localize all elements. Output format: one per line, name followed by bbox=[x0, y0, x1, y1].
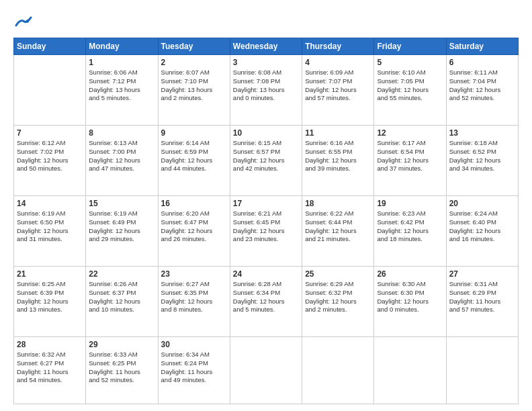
calendar-cell: 22Sunrise: 6:26 AM Sunset: 6:37 PM Dayli… bbox=[86, 266, 158, 336]
day-info: Sunrise: 6:33 AM Sunset: 6:25 PM Dayligh… bbox=[89, 351, 154, 385]
day-number: 11 bbox=[305, 128, 371, 138]
day-info: Sunrise: 6:26 AM Sunset: 6:37 PM Dayligh… bbox=[89, 280, 154, 314]
calendar-cell bbox=[14, 55, 86, 126]
day-info: Sunrise: 6:09 AM Sunset: 7:07 PM Dayligh… bbox=[305, 68, 371, 103]
day-number: 27 bbox=[449, 269, 515, 279]
calendar-cell: 17Sunrise: 6:21 AM Sunset: 6:45 PM Dayli… bbox=[230, 195, 302, 266]
day-info: Sunrise: 6:31 AM Sunset: 6:29 PM Dayligh… bbox=[449, 280, 515, 314]
day-info: Sunrise: 6:30 AM Sunset: 6:30 PM Dayligh… bbox=[377, 280, 443, 314]
weekday-header-tuesday: Tuesday bbox=[158, 38, 230, 55]
day-info: Sunrise: 6:17 AM Sunset: 6:54 PM Dayligh… bbox=[377, 139, 443, 173]
day-info: Sunrise: 6:15 AM Sunset: 6:57 PM Dayligh… bbox=[233, 139, 299, 173]
weekday-header-monday: Monday bbox=[86, 38, 158, 55]
day-number: 5 bbox=[377, 58, 443, 67]
calendar-table: SundayMondayTuesdayWednesdayThursdayFrid… bbox=[13, 38, 519, 404]
day-info: Sunrise: 6:16 AM Sunset: 6:55 PM Dayligh… bbox=[305, 139, 371, 173]
weekday-header-row: SundayMondayTuesdayWednesdayThursdayFrid… bbox=[14, 38, 519, 55]
calendar-cell bbox=[302, 336, 374, 404]
day-info: Sunrise: 6:18 AM Sunset: 6:52 PM Dayligh… bbox=[449, 139, 515, 173]
day-info: Sunrise: 6:11 AM Sunset: 7:04 PM Dayligh… bbox=[449, 68, 515, 103]
day-number: 7 bbox=[17, 128, 83, 138]
calendar-cell: 8Sunrise: 6:13 AM Sunset: 7:00 PM Daylig… bbox=[86, 125, 158, 195]
day-number: 14 bbox=[17, 199, 83, 208]
day-info: Sunrise: 6:29 AM Sunset: 6:32 PM Dayligh… bbox=[305, 280, 371, 314]
day-number: 30 bbox=[161, 340, 227, 349]
weekday-header-sunday: Sunday bbox=[14, 38, 86, 55]
day-info: Sunrise: 6:34 AM Sunset: 6:24 PM Dayligh… bbox=[161, 351, 227, 385]
calendar-cell: 10Sunrise: 6:15 AM Sunset: 6:57 PM Dayli… bbox=[230, 125, 302, 195]
day-info: Sunrise: 6:25 AM Sunset: 6:39 PM Dayligh… bbox=[17, 280, 83, 314]
day-info: Sunrise: 6:19 AM Sunset: 6:49 PM Dayligh… bbox=[89, 210, 154, 244]
header bbox=[13, 11, 519, 32]
calendar-cell: 14Sunrise: 6:19 AM Sunset: 6:50 PM Dayli… bbox=[14, 195, 86, 266]
calendar-cell: 27Sunrise: 6:31 AM Sunset: 6:29 PM Dayli… bbox=[446, 266, 518, 336]
calendar-cell: 20Sunrise: 6:24 AM Sunset: 6:40 PM Dayli… bbox=[446, 195, 518, 266]
calendar-cell: 23Sunrise: 6:27 AM Sunset: 6:35 PM Dayli… bbox=[158, 266, 230, 336]
calendar-cell: 16Sunrise: 6:20 AM Sunset: 6:47 PM Dayli… bbox=[158, 195, 230, 266]
day-number: 3 bbox=[233, 58, 299, 67]
day-number: 23 bbox=[161, 269, 227, 279]
page: SundayMondayTuesdayWednesdayThursdayFrid… bbox=[0, 0, 532, 411]
day-number: 21 bbox=[17, 269, 83, 279]
day-info: Sunrise: 6:06 AM Sunset: 7:12 PM Dayligh… bbox=[89, 68, 154, 103]
day-number: 25 bbox=[305, 269, 371, 279]
day-number: 13 bbox=[449, 128, 515, 138]
calendar-cell: 26Sunrise: 6:30 AM Sunset: 6:30 PM Dayli… bbox=[374, 266, 446, 336]
day-number: 19 bbox=[377, 199, 443, 208]
calendar-week-row: 7Sunrise: 6:12 AM Sunset: 7:02 PM Daylig… bbox=[14, 125, 519, 195]
calendar-cell: 25Sunrise: 6:29 AM Sunset: 6:32 PM Dayli… bbox=[302, 266, 374, 336]
day-info: Sunrise: 6:28 AM Sunset: 6:34 PM Dayligh… bbox=[233, 280, 299, 314]
calendar-cell: 15Sunrise: 6:19 AM Sunset: 6:49 PM Dayli… bbox=[86, 195, 158, 266]
day-info: Sunrise: 6:22 AM Sunset: 6:44 PM Dayligh… bbox=[305, 210, 371, 244]
day-number: 17 bbox=[233, 199, 299, 208]
calendar-cell: 12Sunrise: 6:17 AM Sunset: 6:54 PM Dayli… bbox=[374, 125, 446, 195]
day-number: 18 bbox=[305, 199, 371, 208]
logo-icon bbox=[13, 13, 32, 32]
logo bbox=[13, 13, 35, 32]
day-number: 10 bbox=[233, 128, 299, 138]
day-number: 2 bbox=[161, 58, 227, 67]
weekday-header-wednesday: Wednesday bbox=[230, 38, 302, 55]
day-info: Sunrise: 6:23 AM Sunset: 6:42 PM Dayligh… bbox=[377, 210, 443, 244]
day-number: 20 bbox=[449, 199, 515, 208]
calendar-cell bbox=[230, 336, 302, 404]
day-number: 15 bbox=[89, 199, 154, 208]
calendar-week-row: 28Sunrise: 6:32 AM Sunset: 6:27 PM Dayli… bbox=[14, 336, 519, 404]
svg-rect-0 bbox=[13, 13, 32, 32]
calendar-cell: 2Sunrise: 6:07 AM Sunset: 7:10 PM Daylig… bbox=[158, 55, 230, 126]
calendar-week-row: 1Sunrise: 6:06 AM Sunset: 7:12 PM Daylig… bbox=[14, 55, 519, 126]
day-number: 12 bbox=[377, 128, 443, 138]
calendar-week-row: 21Sunrise: 6:25 AM Sunset: 6:39 PM Dayli… bbox=[14, 266, 519, 336]
calendar-cell: 29Sunrise: 6:33 AM Sunset: 6:25 PM Dayli… bbox=[86, 336, 158, 404]
day-info: Sunrise: 6:14 AM Sunset: 6:59 PM Dayligh… bbox=[161, 139, 227, 173]
calendar-cell: 4Sunrise: 6:09 AM Sunset: 7:07 PM Daylig… bbox=[302, 55, 374, 126]
day-number: 16 bbox=[161, 199, 227, 208]
day-info: Sunrise: 6:13 AM Sunset: 7:00 PM Dayligh… bbox=[89, 139, 154, 173]
calendar-cell: 30Sunrise: 6:34 AM Sunset: 6:24 PM Dayli… bbox=[158, 336, 230, 404]
calendar-cell: 6Sunrise: 6:11 AM Sunset: 7:04 PM Daylig… bbox=[446, 55, 518, 126]
day-number: 8 bbox=[89, 128, 154, 138]
weekday-header-thursday: Thursday bbox=[302, 38, 374, 55]
calendar-cell: 21Sunrise: 6:25 AM Sunset: 6:39 PM Dayli… bbox=[14, 266, 86, 336]
day-number: 6 bbox=[449, 58, 515, 67]
calendar-cell: 11Sunrise: 6:16 AM Sunset: 6:55 PM Dayli… bbox=[302, 125, 374, 195]
day-info: Sunrise: 6:10 AM Sunset: 7:05 PM Dayligh… bbox=[377, 68, 443, 103]
calendar-cell: 13Sunrise: 6:18 AM Sunset: 6:52 PM Dayli… bbox=[446, 125, 518, 195]
day-info: Sunrise: 6:12 AM Sunset: 7:02 PM Dayligh… bbox=[17, 139, 83, 173]
day-info: Sunrise: 6:19 AM Sunset: 6:50 PM Dayligh… bbox=[17, 210, 83, 244]
day-number: 24 bbox=[233, 269, 299, 279]
calendar-cell: 28Sunrise: 6:32 AM Sunset: 6:27 PM Dayli… bbox=[14, 336, 86, 404]
calendar-cell: 5Sunrise: 6:10 AM Sunset: 7:05 PM Daylig… bbox=[374, 55, 446, 126]
calendar-cell: 7Sunrise: 6:12 AM Sunset: 7:02 PM Daylig… bbox=[14, 125, 86, 195]
weekday-header-friday: Friday bbox=[374, 38, 446, 55]
day-number: 29 bbox=[89, 340, 154, 349]
calendar-cell bbox=[374, 336, 446, 404]
calendar-cell: 19Sunrise: 6:23 AM Sunset: 6:42 PM Dayli… bbox=[374, 195, 446, 266]
day-info: Sunrise: 6:21 AM Sunset: 6:45 PM Dayligh… bbox=[233, 210, 299, 244]
calendar-cell bbox=[446, 336, 518, 404]
day-info: Sunrise: 6:08 AM Sunset: 7:08 PM Dayligh… bbox=[233, 68, 299, 103]
day-number: 1 bbox=[89, 58, 154, 67]
day-number: 9 bbox=[161, 128, 227, 138]
calendar-cell: 18Sunrise: 6:22 AM Sunset: 6:44 PM Dayli… bbox=[302, 195, 374, 266]
day-info: Sunrise: 6:24 AM Sunset: 6:40 PM Dayligh… bbox=[449, 210, 515, 244]
